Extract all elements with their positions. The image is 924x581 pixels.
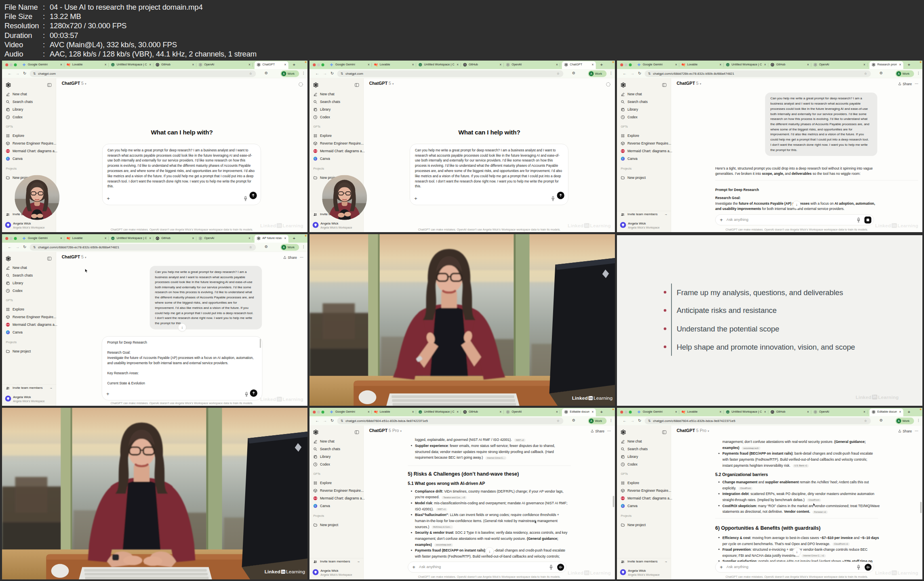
svg-text:C: C: [622, 505, 623, 507]
svg-text:C: C: [314, 505, 316, 507]
svg-text:co: co: [112, 64, 114, 66]
svg-text:co: co: [727, 64, 728, 66]
svg-text:co: co: [112, 237, 114, 239]
svg-text:co: co: [419, 64, 421, 66]
svg-text:co: co: [727, 411, 728, 413]
svg-text:C: C: [7, 157, 8, 160]
svg-text:C: C: [622, 157, 623, 160]
svg-text:C: C: [7, 331, 8, 333]
svg-text:co: co: [419, 411, 421, 413]
svg-text:C: C: [314, 157, 316, 160]
